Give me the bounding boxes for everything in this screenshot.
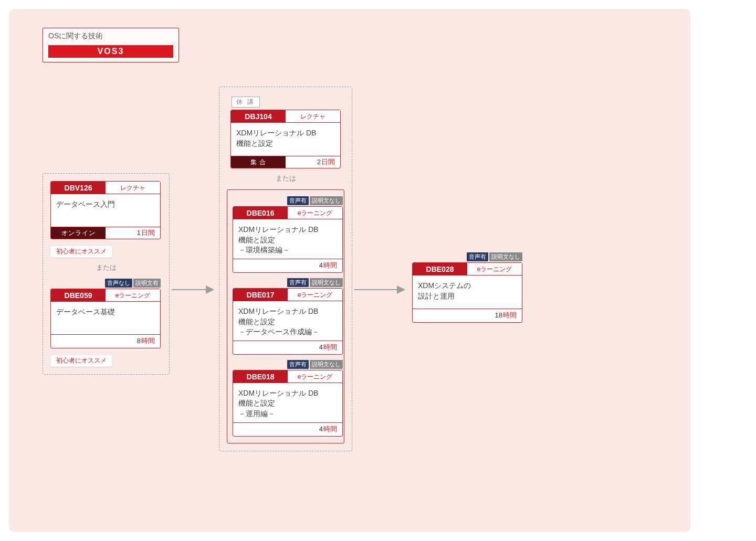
- course-type: eラーニング: [106, 289, 160, 302]
- course-duration: 4時間: [233, 422, 342, 436]
- desc-tag: 説明文なし: [489, 252, 522, 261]
- course-duration: 1日間: [106, 227, 160, 239]
- course-title: データベース基礎: [51, 302, 160, 334]
- course-code: DBV126: [51, 182, 106, 194]
- audio-tag: 音声有: [287, 360, 309, 369]
- course-code: DBE017: [233, 289, 288, 301]
- course-title: XDMリレーショナル DB 機能と設定: [231, 123, 340, 156]
- legend-name: VOS3: [48, 45, 173, 58]
- course-duration: 4時間: [233, 341, 342, 354]
- course-title: XDMリレーショナル DB 機能と設定 －環境構築編－: [233, 219, 342, 259]
- course-duration: 4時間: [233, 259, 342, 272]
- course-card[interactable]: DBV126 レクチャ データベース入門 オンライン 1日間: [50, 181, 161, 239]
- or-label: または: [227, 174, 344, 183]
- desc-tag: 説明文なし: [310, 278, 343, 287]
- course-type: レクチャ: [286, 110, 340, 123]
- audio-tag: 音声有: [467, 252, 488, 261]
- audio-tag: 音声有: [287, 278, 309, 287]
- legend-box: OSに関する技術 VOS3: [43, 28, 179, 62]
- group-col3: 音声有説明文なし DBE028 eラーニング XDMシステムの 設計と運用 18…: [412, 251, 523, 327]
- arrow-icon: [354, 289, 405, 290]
- desc-tag: 説明文なし: [310, 196, 343, 205]
- group-col1: DBV126 レクチャ データベース入門 オンライン 1日間 初心者にオススメ …: [43, 173, 170, 375]
- course-code: DBE028: [413, 263, 467, 275]
- group-col2: 休 講 DBJ104 レクチャ XDMリレーショナル DB 機能と設定 集 合 …: [219, 87, 352, 451]
- course-card[interactable]: DBE059 eラーニング データベース基礎 8時間: [50, 289, 161, 348]
- course-code: DBE059: [51, 289, 106, 302]
- course-title: XDMリレーショナル DB 機能と設定 －データベース作成編－: [233, 301, 342, 341]
- course-type: レクチャ: [106, 182, 160, 194]
- course-title: XDMシステムの 設計と運用: [413, 275, 522, 309]
- course-format: オンライン: [51, 227, 106, 239]
- course-code: DBJ104: [231, 110, 286, 123]
- course-card[interactable]: DBE017 eラーニング XDMリレーショナル DB 機能と設定 －データベー…: [233, 288, 343, 355]
- course-type: eラーニング: [288, 370, 342, 383]
- desc-tag: 説明文有: [133, 279, 161, 288]
- audio-tag: 音声なし: [105, 279, 132, 288]
- course-duration: 8時間: [51, 334, 160, 348]
- course-card[interactable]: DBE028 eラーニング XDMシステムの 設計と運用 18時間: [412, 262, 522, 323]
- recommend-badge: 初心者にオススメ: [50, 355, 112, 367]
- course-type: eラーニング: [467, 263, 522, 275]
- desc-tag: 説明文なし: [310, 360, 343, 369]
- suspended-card-wrapper: 休 講 DBJ104 レクチャ XDMリレーショナル DB 機能と設定 集 合 …: [230, 94, 341, 168]
- or-label: または: [50, 263, 162, 272]
- flow-canvas: OSに関する技術 VOS3 DBV126 レクチャ データベース入門 オンライン…: [9, 9, 690, 532]
- recommend-badge: 初心者にオススメ: [50, 246, 112, 258]
- legend-category: OSに関する技術: [43, 28, 178, 43]
- course-duration: 2日間: [286, 156, 340, 168]
- course-type: eラーニング: [288, 289, 342, 301]
- course-card[interactable]: DBJ104 レクチャ XDMリレーショナル DB 機能と設定 集 合 2日間: [230, 110, 341, 168]
- course-duration: 18時間: [413, 309, 522, 322]
- course-card[interactable]: DBE018 eラーニング XDMリレーショナル DB 機能と設定 －運用編－ …: [233, 370, 343, 437]
- audio-tag: 音声有: [287, 196, 309, 205]
- arrow-icon: [172, 289, 214, 290]
- course-title: XDMリレーショナル DB 機能と設定 －運用編－: [233, 383, 342, 422]
- suspended-label: 休 講: [232, 97, 260, 108]
- inner-group: 音声有説明文なし DBE016 eラーニング XDMリレーショナル DB 機能と…: [227, 189, 344, 443]
- course-type: eラーニング: [288, 207, 342, 219]
- course-title: データベース入門: [51, 194, 160, 227]
- course-card[interactable]: DBE016 eラーニング XDMリレーショナル DB 機能と設定 －環境構築編…: [233, 206, 343, 273]
- course-code: DBE016: [233, 207, 288, 219]
- course-format: 集 合: [231, 156, 286, 168]
- course-code: DBE018: [233, 370, 288, 383]
